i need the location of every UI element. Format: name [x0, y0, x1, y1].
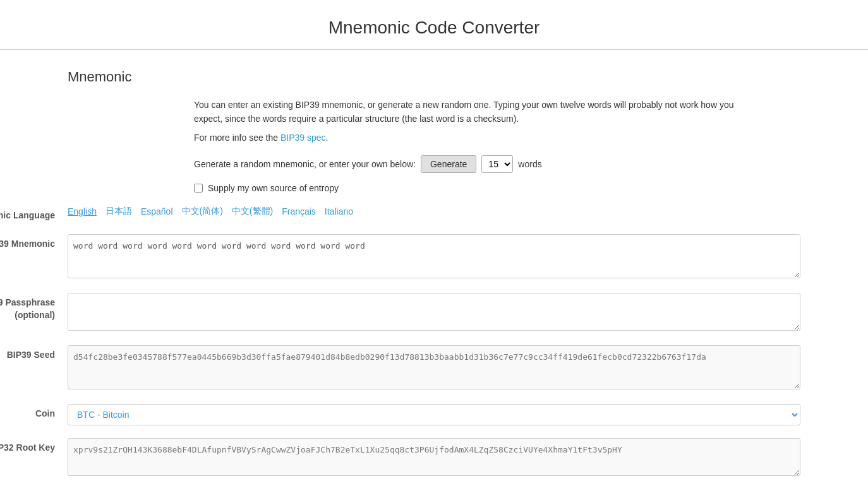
more-info: For more info see the BIP39 spec. — [194, 133, 800, 143]
rootkey-label: BIP32 Root Key — [0, 438, 68, 454]
mnemonic-section-title: Mnemonic — [68, 69, 800, 85]
coin-input-area: BTC - Bitcoin ETH - Ethereum LTC - Litec… — [68, 404, 800, 425]
bip32-rootkey-row: BIP32 Root Key — [68, 438, 800, 478]
words-label: words — [518, 159, 541, 169]
language-chinese-simplified[interactable]: 中文(简体) — [182, 206, 223, 217]
mnemonic-language-label: Mnemonic Language — [0, 206, 68, 222]
seed-label: BIP39 Seed — [0, 345, 68, 362]
mnemonic-language-row: Mnemonic Language English 日本語 Español 中文… — [68, 206, 800, 222]
bip39-passphrase-row: BIP39 Passphrase(optional) — [68, 293, 800, 333]
passphrase-textarea[interactable] — [68, 293, 800, 331]
language-japanese[interactable]: 日本語 — [105, 206, 132, 217]
coin-select[interactable]: BTC - Bitcoin ETH - Ethereum LTC - Litec… — [68, 404, 800, 425]
passphrase-label: BIP39 Passphrase(optional) — [0, 293, 68, 321]
entropy-checkbox[interactable] — [194, 184, 203, 193]
bip39-spec-link[interactable]: BIP39 spec — [280, 133, 326, 143]
generate-row: Generate a random mnemonic, or enter you… — [194, 155, 800, 173]
info-text: You can enter an existing BIP39 mnemonic… — [194, 98, 763, 126]
entropy-label[interactable]: Supply my own source of entropy — [208, 183, 339, 193]
seed-input-area — [68, 345, 800, 391]
form-area: You can enter an existing BIP39 mnemonic… — [194, 98, 800, 193]
bip39-mnemonic-label: BIP39 Mnemonic — [0, 234, 68, 251]
coin-label: Coin — [0, 404, 68, 420]
language-spanish[interactable]: Español — [141, 206, 173, 216]
rootkey-textarea — [68, 438, 800, 476]
bip39-seed-row: BIP39 Seed — [68, 345, 800, 391]
language-chinese-traditional[interactable]: 中文(繁體) — [232, 206, 273, 217]
generate-label: Generate a random mnemonic, or enter you… — [194, 159, 416, 169]
main-content: Mnemonic You can enter an existing BIP39… — [55, 50, 813, 486]
words-select[interactable]: 3 6 9 12 15 18 21 24 — [481, 155, 513, 173]
language-french[interactable]: Français — [282, 206, 316, 216]
generate-button[interactable]: Generate — [421, 155, 476, 173]
page-header: Mnemonic Code Converter — [0, 0, 868, 50]
rootkey-input-area — [68, 438, 800, 478]
passphrase-input-area — [68, 293, 800, 333]
bip39-mnemonic-row: BIP39 Mnemonic — [68, 234, 800, 280]
seed-textarea — [68, 345, 800, 389]
entropy-row: Supply my own source of entropy — [194, 183, 800, 193]
coin-row: Coin BTC - Bitcoin ETH - Ethereum LTC - … — [68, 404, 800, 425]
language-english[interactable]: English — [68, 206, 97, 216]
language-italian[interactable]: Italiano — [325, 206, 353, 216]
language-options: English 日本語 Español 中文(简体) 中文(繁體) França… — [68, 206, 800, 217]
page-title: Mnemonic Code Converter — [0, 18, 868, 38]
bip39-mnemonic-textarea[interactable] — [68, 234, 800, 278]
bip39-mnemonic-input-area — [68, 234, 800, 280]
